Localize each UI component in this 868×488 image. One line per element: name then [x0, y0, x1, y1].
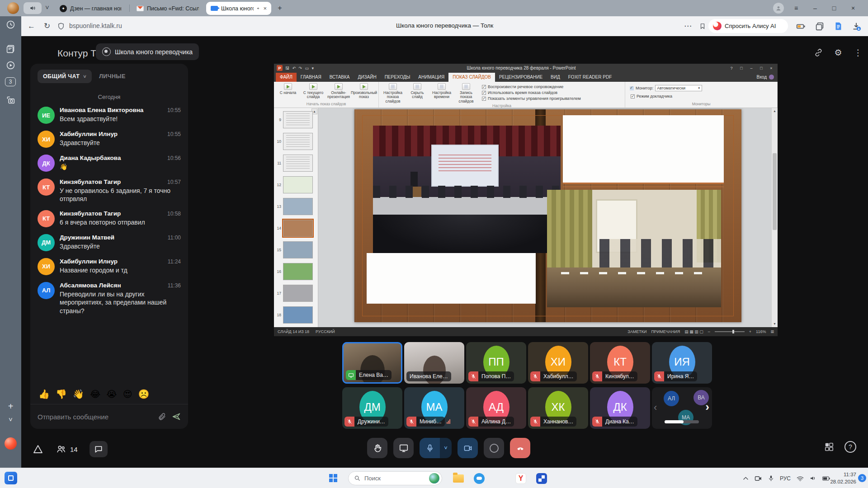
- toolbar-more-icon[interactable]: ⋯: [684, 21, 692, 31]
- participant-tile-video[interactable]: Иванова Еле…: [404, 342, 464, 384]
- window-close-button[interactable]: ×: [845, 0, 861, 16]
- slide-thumbnail[interactable]: 13: [274, 196, 318, 217]
- alisa-ball-icon[interactable]: [5, 437, 17, 450]
- reaction-emoji-button[interactable]: 👎: [56, 389, 67, 399]
- browser-menu-button[interactable]: ≡: [788, 0, 804, 16]
- download-icon[interactable]: [851, 21, 861, 31]
- tab-mail[interactable]: Письмо «Fwd: Ссылка для: [132, 2, 203, 15]
- language-indicator[interactable]: РУС: [780, 475, 791, 482]
- slide-thumbnail[interactable]: 9: [274, 109, 318, 131]
- ppt-ribbon-tab[interactable]: ВСТАВКА: [326, 73, 354, 82]
- ribbon-button[interactable]: Запись показа слайдов: [454, 83, 478, 103]
- reaction-emoji-button[interactable]: 👍: [38, 389, 50, 399]
- microphone-button[interactable]: [420, 438, 440, 458]
- tray-mic-icon[interactable]: [768, 475, 774, 482]
- view-buttons[interactable]: ▤ ▦ ▥ ▢: [684, 329, 703, 334]
- microphone-options-chevron[interactable]: ˅: [440, 438, 452, 458]
- network-icon[interactable]: [797, 476, 804, 481]
- camera-button[interactable]: [458, 438, 478, 458]
- slide-thumbnail[interactable]: 18: [274, 304, 318, 326]
- alisa-button[interactable]: Спросить Алису AI: [708, 19, 788, 33]
- tabs-extension-icon[interactable]: [815, 21, 825, 31]
- tray-camera-icon[interactable]: [755, 475, 762, 482]
- ppt-restore-button[interactable]: □: [758, 66, 765, 70]
- record-button[interactable]: [484, 438, 504, 458]
- reader-panels-icon[interactable]: [6, 44, 15, 54]
- participant-tile[interactable]: ХИ Хабибулл…: [528, 342, 588, 384]
- send-icon[interactable]: [172, 412, 181, 421]
- reaction-emoji-button[interactable]: 😭: [106, 389, 117, 399]
- ppt-help-button[interactable]: ?: [728, 66, 735, 70]
- layout-grid-icon[interactable]: [824, 442, 835, 452]
- slide-scrollbar[interactable]: ▲ ▼: [771, 108, 778, 327]
- help-button[interactable]: ?: [844, 441, 856, 453]
- layout-scene-icon[interactable]: [32, 444, 44, 455]
- chevron-down-icon[interactable]: ˅: [45, 4, 49, 11]
- participant-tile[interactable]: ХК Ханнанов…: [528, 387, 588, 429]
- more-kebab-icon[interactable]: ⋮: [850, 44, 866, 61]
- slide-thumbnail[interactable]: 16: [274, 261, 318, 282]
- ppt-ribbon-tab[interactable]: ПОКАЗ СЛАЙДОВ: [448, 73, 495, 82]
- notification-count-badge[interactable]: 3: [858, 474, 866, 482]
- volume-icon[interactable]: [810, 475, 816, 481]
- video-play-icon[interactable]: [6, 61, 15, 70]
- ppt-signin[interactable]: Вход: [753, 73, 778, 82]
- ppt-ribbon-options-button[interactable]: □: [738, 66, 745, 70]
- chevron-down-icon[interactable]: ˅: [0, 416, 21, 423]
- slide-thumbnail-panel[interactable]: ▲ 9 10: [274, 108, 318, 327]
- raise-hand-button[interactable]: [367, 438, 387, 458]
- ppt-ribbon-tab[interactable]: РЕЦЕНЗИРОВАНИЕ: [495, 73, 547, 82]
- participant-tile[interactable]: МА Миниб…: [404, 387, 464, 429]
- ppt-ribbon-tab[interactable]: ФАЙЛ: [276, 73, 297, 82]
- monitor-select[interactable]: Автоматически ▼: [655, 85, 702, 91]
- downloads-count-badge[interactable]: 3: [5, 77, 16, 86]
- battery-extension-icon[interactable]: [796, 21, 806, 31]
- tray-expand-icon[interactable]: [743, 476, 749, 480]
- tab-ktalk-active[interactable]: Школа юного перев ×: [206, 2, 271, 15]
- slide-thumbnail[interactable]: 14: [274, 217, 318, 239]
- notes-button[interactable]: ЗАМЕТКИ: [627, 329, 646, 334]
- ribbon-button[interactable]: С текущего слайда: [301, 83, 326, 99]
- reaction-emoji-button[interactable]: ☹️: [138, 389, 150, 399]
- fit-slide-icon[interactable]: ⊞: [770, 329, 774, 334]
- zoom-slider[interactable]: [715, 331, 745, 332]
- tiles-scrollbar[interactable]: [665, 420, 699, 423]
- slide-thumbnail[interactable]: 15: [274, 239, 318, 261]
- slide-thumbnail[interactable]: 10: [274, 131, 318, 152]
- ribbon-button[interactable]: С начала: [276, 83, 300, 95]
- language-indicator[interactable]: РУССКИЙ: [316, 329, 335, 334]
- ribbon-button[interactable]: Скрыть слайд: [405, 83, 429, 103]
- ribbon-button[interactable]: Настройка времени: [429, 83, 454, 103]
- slide-thumbnail[interactable]: 17: [274, 282, 318, 304]
- reaction-emoji-button[interactable]: 😂: [90, 389, 100, 399]
- ribbon-button[interactable]: Настройка показа слайдов: [381, 83, 405, 103]
- add-plus-icon[interactable]: +: [0, 401, 21, 412]
- participant-tile[interactable]: ДМ Дружини…: [342, 387, 402, 429]
- participant-tile[interactable]: ПП Попова П…: [466, 342, 526, 384]
- taskbar-search[interactable]: Поиск: [348, 471, 442, 485]
- ribbon-checkbox[interactable]: Показать элементы управления проигрывате…: [482, 96, 581, 101]
- zoom-in-icon[interactable]: +: [749, 329, 751, 334]
- participant-tile-video[interactable]: Елена Ва…: [342, 342, 402, 384]
- ribbon-button[interactable]: Произвольный показ: [352, 83, 376, 99]
- comments-button[interactable]: ПРИМЕЧАНИЯ: [651, 329, 680, 334]
- ppt-close-button[interactable]: ×: [768, 66, 775, 70]
- slide-thumbnail[interactable]: 12: [274, 174, 318, 196]
- bookmark-icon[interactable]: [699, 22, 706, 30]
- ppt-ribbon-tab[interactable]: АНИМАЦИЯ: [414, 73, 448, 82]
- participants-button[interactable]: 14: [56, 444, 78, 454]
- participant-tile[interactable]: КТ Кинзябул…: [590, 342, 650, 384]
- zoom-level[interactable]: 116%: [756, 329, 766, 334]
- start-button[interactable]: [329, 474, 337, 482]
- chat-tab-common[interactable]: ОБЩИЙ ЧАТ ˅: [38, 70, 92, 83]
- slide-thumbnail[interactable]: 11: [274, 152, 318, 174]
- chat-tab-private[interactable]: ЛИЧНЫЕ: [99, 73, 126, 80]
- docs-extension-icon[interactable]: [833, 21, 843, 31]
- prev-page-icon[interactable]: ‹: [654, 402, 657, 413]
- ribbon-checkbox[interactable]: Использовать время показа слайдов: [482, 90, 581, 95]
- presenter-mode-checkbox[interactable]: Режим докладчика: [630, 94, 775, 99]
- scroll-up-icon[interactable]: ▲: [772, 108, 778, 114]
- quick-access-toolbar[interactable]: 🖫 ↶ ↷ ▭ ▾: [285, 66, 315, 70]
- chat-toggle-button[interactable]: [90, 441, 108, 457]
- zoom-out-icon[interactable]: –: [708, 329, 710, 334]
